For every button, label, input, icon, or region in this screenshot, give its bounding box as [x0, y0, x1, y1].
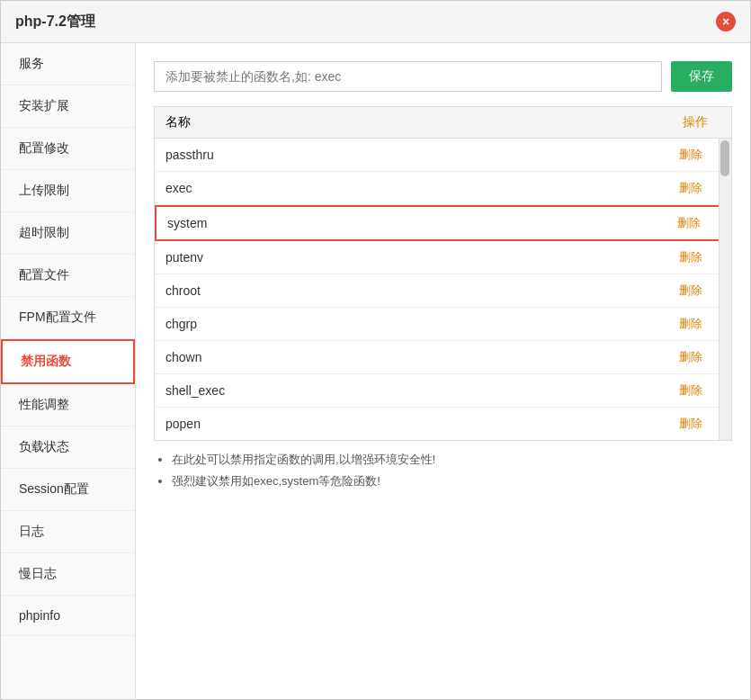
delete-button[interactable]: 删除 — [679, 147, 702, 163]
function-name-input[interactable] — [154, 61, 662, 92]
function-row: system删除 — [155, 205, 731, 241]
function-row: chroot删除 — [155, 274, 731, 308]
function-row: putenv删除 — [155, 241, 731, 274]
note-item: 在此处可以禁用指定函数的调用,以增强环境安全性! — [172, 452, 732, 468]
sidebar-item-services[interactable]: 服务 — [1, 43, 135, 85]
php-management-modal: php-7.2管理 × 服务安装扩展配置修改上传限制超时限制配置文件FPM配置文… — [0, 0, 751, 700]
delete-button[interactable]: 删除 — [677, 215, 701, 231]
function-name: popen — [165, 417, 679, 431]
sidebar-item-perf-tune[interactable]: 性能调整 — [1, 384, 135, 426]
function-row: shell_exec删除 — [155, 374, 731, 408]
sidebar-item-timeout-limit[interactable]: 超时限制 — [1, 212, 135, 255]
close-button[interactable]: × — [716, 12, 736, 31]
function-name: chown — [165, 350, 679, 364]
delete-button[interactable]: 删除 — [679, 249, 702, 265]
sidebar-item-phpinfo[interactable]: phpinfo — [1, 596, 135, 636]
table-header: 名称 操作 — [154, 106, 732, 138]
function-row: popen删除 — [155, 408, 731, 440]
modal-body: 服务安装扩展配置修改上传限制超时限制配置文件FPM配置文件禁用函数性能调整负载状… — [1, 43, 750, 699]
delete-button[interactable]: 删除 — [679, 349, 702, 365]
function-name: shell_exec — [165, 383, 679, 398]
header-name: 名称 — [165, 114, 654, 130]
scrollbar-thumb[interactable] — [720, 140, 729, 176]
sidebar-item-session-config[interactable]: Session配置 — [1, 469, 135, 511]
notes-list: 在此处可以禁用指定函数的调用,以增强环境安全性!强烈建议禁用如exec,syst… — [154, 452, 732, 489]
sidebar-item-slow-logs[interactable]: 慢日志 — [1, 553, 135, 596]
sidebar-item-logs[interactable]: 日志 — [1, 511, 135, 553]
delete-button[interactable]: 删除 — [679, 180, 702, 196]
sidebar-item-install-ext[interactable]: 安装扩展 — [1, 85, 135, 128]
save-button[interactable]: 保存 — [671, 61, 732, 92]
function-name: putenv — [165, 250, 679, 265]
delete-button[interactable]: 删除 — [679, 283, 702, 299]
function-row: passthru删除 — [155, 139, 731, 172]
note-item: 强烈建议禁用如exec,system等危险函数! — [172, 473, 732, 489]
function-table: 名称 操作 passthru删除exec删除system删除putenv删除ch… — [154, 106, 732, 441]
function-row: chown删除 — [155, 341, 731, 374]
function-name: chgrp — [165, 317, 679, 331]
sidebar-item-upload-limit[interactable]: 上传限制 — [1, 170, 135, 212]
function-name: system — [167, 216, 677, 230]
function-list: passthru删除exec删除system删除putenv删除chroot删除… — [154, 138, 732, 441]
modal-title: php-7.2管理 — [15, 13, 95, 31]
delete-button[interactable]: 删除 — [679, 416, 702, 432]
content-area: 保存 名称 操作 passthru删除exec删除system删除putenv删… — [136, 43, 750, 699]
sidebar: 服务安装扩展配置修改上传限制超时限制配置文件FPM配置文件禁用函数性能调整负载状… — [1, 43, 136, 699]
add-function-row: 保存 — [154, 61, 732, 92]
modal-header: php-7.2管理 × — [1, 1, 750, 43]
scrollbar-track[interactable] — [719, 139, 731, 440]
function-name: exec — [165, 181, 679, 195]
sidebar-item-load-status[interactable]: 负载状态 — [1, 426, 135, 469]
function-rows: passthru删除exec删除system删除putenv删除chroot删除… — [155, 139, 731, 440]
function-name: passthru — [165, 148, 679, 162]
sidebar-item-disabled-funcs[interactable]: 禁用函数 — [1, 339, 135, 384]
sidebar-item-fpm-config[interactable]: FPM配置文件 — [1, 297, 135, 339]
delete-button[interactable]: 删除 — [679, 316, 702, 332]
header-action: 操作 — [654, 114, 708, 130]
delete-button[interactable]: 删除 — [679, 382, 702, 399]
function-row: chgrp删除 — [155, 308, 731, 341]
sidebar-item-config-file[interactable]: 配置文件 — [1, 255, 135, 297]
sidebar-item-config-modify[interactable]: 配置修改 — [1, 128, 135, 170]
function-name: chroot — [165, 283, 679, 298]
function-row: exec删除 — [155, 172, 731, 205]
